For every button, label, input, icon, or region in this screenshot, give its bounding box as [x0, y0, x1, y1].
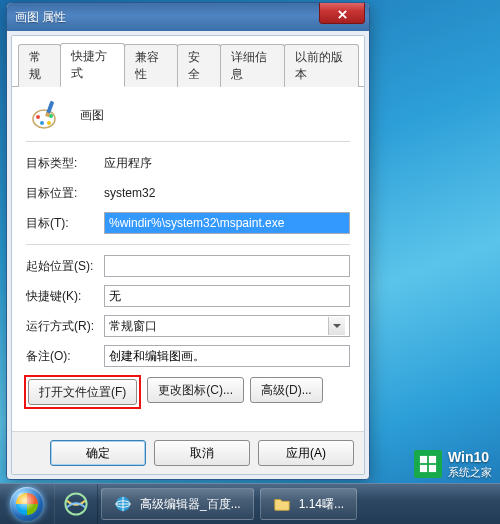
- globe-icon: [114, 495, 132, 513]
- shortcut-key-input[interactable]: [104, 285, 350, 307]
- tab-security[interactable]: 安全: [177, 44, 220, 87]
- tab-shortcut[interactable]: 快捷方式: [60, 43, 125, 87]
- taskbar-item-label: 1.14曙...: [299, 496, 344, 513]
- label-shortcut-key: 快捷键(K):: [26, 288, 104, 305]
- app-name: 画图: [80, 107, 104, 124]
- windows-logo-icon: [414, 450, 442, 478]
- tab-compat[interactable]: 兼容性: [124, 44, 178, 87]
- close-button[interactable]: [319, 2, 365, 24]
- svg-point-3: [36, 115, 40, 119]
- change-icon-button[interactable]: 更改图标(C)...: [147, 377, 244, 403]
- watermark-line2: 系统之家: [448, 466, 492, 478]
- start-orb-icon: [10, 487, 44, 521]
- browser-icon: [63, 491, 89, 517]
- label-comment: 备注(O):: [26, 348, 104, 365]
- value-target-type: 应用程序: [104, 155, 350, 172]
- tab-body: 画图 目标类型:应用程序 目标位置:system32 目标(T): 起始位置(S…: [12, 87, 364, 431]
- separator: [26, 244, 350, 245]
- paint-app-icon: [30, 99, 62, 131]
- advanced-button[interactable]: 高级(D)...: [250, 377, 323, 403]
- cancel-button[interactable]: 取消: [154, 440, 250, 466]
- svg-point-2: [33, 110, 55, 128]
- label-run: 运行方式(R):: [26, 318, 104, 335]
- dialog-button-row: 确定 取消 应用(A): [12, 431, 364, 474]
- watermark-line1: Win10: [448, 450, 492, 465]
- highlight-box: 打开文件位置(F): [24, 375, 141, 409]
- taskbar-item-folder[interactable]: 1.14曙...: [260, 488, 357, 520]
- pinned-browser[interactable]: [54, 484, 98, 524]
- chevron-down-icon: [328, 317, 345, 335]
- label-target-type: 目标类型:: [26, 155, 104, 172]
- label-target-loc: 目标位置:: [26, 185, 104, 202]
- start-button[interactable]: [0, 484, 54, 524]
- close-icon: [337, 9, 348, 20]
- svg-rect-10: [429, 456, 436, 463]
- run-select[interactable]: 常规窗口: [104, 315, 350, 337]
- tab-prev[interactable]: 以前的版本: [284, 44, 360, 87]
- taskbar-item-editor[interactable]: 高级编辑器_百度...: [101, 488, 254, 520]
- separator: [26, 141, 350, 142]
- svg-point-4: [40, 121, 44, 125]
- apply-button[interactable]: 应用(A): [258, 440, 354, 466]
- desktop: 画图 属性 常规 快捷方式 兼容性 安全 详细信息 以前的版本: [0, 0, 500, 524]
- folder-icon: [273, 495, 291, 513]
- run-select-value: 常规窗口: [109, 318, 157, 335]
- tab-strip: 常规 快捷方式 兼容性 安全 详细信息 以前的版本: [12, 36, 364, 87]
- svg-rect-12: [429, 465, 436, 472]
- taskbar: 高级编辑器_百度... 1.14曙...: [0, 483, 500, 524]
- tab-details[interactable]: 详细信息: [220, 44, 285, 87]
- watermark: Win10 系统之家: [414, 450, 492, 478]
- open-file-location-button[interactable]: 打开文件位置(F): [28, 379, 137, 405]
- svg-point-5: [47, 121, 51, 125]
- svg-rect-9: [420, 456, 427, 463]
- svg-rect-11: [420, 465, 427, 472]
- titlebar[interactable]: 画图 属性: [7, 3, 369, 31]
- comment-input[interactable]: [104, 345, 350, 367]
- value-target-loc: system32: [104, 186, 350, 200]
- ok-button[interactable]: 确定: [50, 440, 146, 466]
- target-input[interactable]: [104, 212, 350, 234]
- tab-general[interactable]: 常规: [18, 44, 61, 87]
- client-area: 常规 快捷方式 兼容性 安全 详细信息 以前的版本 画图: [11, 35, 365, 475]
- label-start-in: 起始位置(S):: [26, 258, 104, 275]
- window-title: 画图 属性: [15, 9, 319, 26]
- taskbar-item-label: 高级编辑器_百度...: [140, 496, 241, 513]
- properties-dialog: 画图 属性 常规 快捷方式 兼容性 安全 详细信息 以前的版本: [6, 2, 370, 480]
- label-target: 目标(T):: [26, 215, 104, 232]
- start-in-input[interactable]: [104, 255, 350, 277]
